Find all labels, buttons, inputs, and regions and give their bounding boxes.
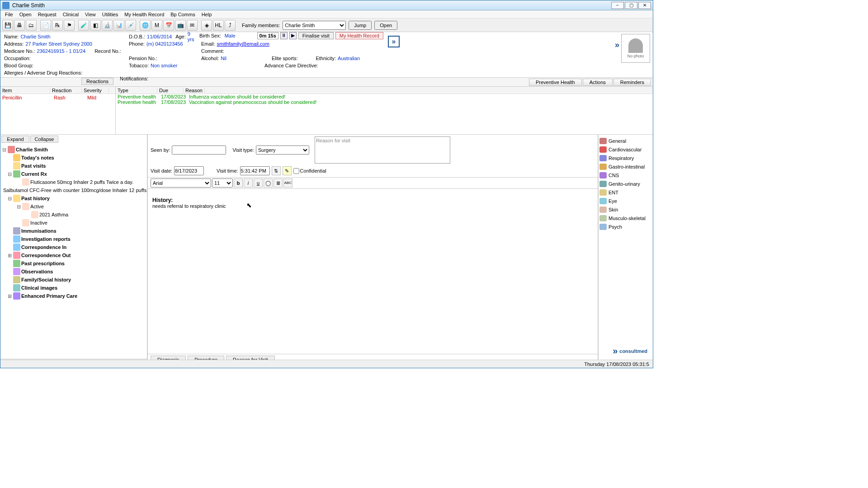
sys-cardio[interactable]: Cardiovascular (599, 145, 652, 154)
bold-button[interactable]: b (234, 178, 243, 188)
font-select[interactable]: Arial (151, 178, 211, 188)
finalise-button[interactable]: Finalise visit (298, 32, 334, 39)
tree-today[interactable]: Today's notes (21, 155, 54, 160)
visit-type-select[interactable]: Surgery (256, 145, 309, 155)
tree-collapse-icon[interactable]: ⊟ (7, 171, 12, 177)
tree-expand-icon[interactable]: ⊞ (7, 253, 12, 258)
time-stepper[interactable]: ⇅ (272, 166, 281, 175)
tool-diamond-icon[interactable]: ◈ (201, 20, 212, 31)
menu-help[interactable]: Help (199, 12, 215, 17)
family-select[interactable]: Charlie Smith (283, 21, 346, 30)
sys-gu[interactable]: Genito-urinary (599, 179, 652, 188)
tool-cal-icon[interactable]: 📅 (163, 20, 174, 31)
menu-request[interactable]: Request (35, 12, 59, 17)
menu-file[interactable]: File (2, 12, 16, 17)
play-button[interactable]: ▶ (289, 32, 297, 39)
tree-collapse-icon[interactable]: ⊟ (7, 196, 12, 202)
note-area[interactable]: History: needs referral to respiratory c… (148, 189, 598, 354)
visit-date-input[interactable] (174, 166, 204, 175)
menu-open[interactable]: Open (17, 12, 34, 17)
tree-fam[interactable]: Family/Social history (21, 277, 71, 282)
expand-button[interactable]: Expand (1, 136, 29, 143)
email-value[interactable]: smithfamily@email.com (217, 41, 269, 47)
list-button[interactable]: ≣ (274, 178, 283, 188)
sys-msk[interactable]: Musculo-skeletal (599, 214, 652, 222)
sys-ent[interactable]: ENT (599, 188, 652, 197)
forward-arrows-icon[interactable]: » (388, 36, 400, 47)
tree-root[interactable]: Charlie Smith (16, 147, 48, 152)
sys-general[interactable]: General (599, 136, 652, 145)
tree-clin-img[interactable]: Clinical images (21, 285, 57, 291)
tool-m-icon[interactable]: M (151, 20, 162, 31)
maximize-button[interactable]: ▢ (625, 2, 637, 9)
collapse-button[interactable]: Collapse (30, 136, 58, 143)
tool-globe-icon[interactable]: 🌐 (140, 20, 151, 31)
seen-by-input[interactable] (172, 145, 226, 155)
tool-tree-icon[interactable]: 🗂 (26, 20, 37, 31)
tree-collapse-icon[interactable]: ⊟ (1, 147, 7, 153)
tree-asthma[interactable]: 2021 Asthma (39, 212, 68, 217)
tool-xray-icon[interactable]: ◧ (90, 20, 101, 31)
allergy-row[interactable]: Penicillin Rash Mild (2, 95, 113, 100)
minimize-button[interactable]: − (611, 2, 624, 9)
spell-button[interactable]: ABC (283, 178, 292, 188)
color-button[interactable]: ◯ (264, 178, 273, 188)
tool-flag-icon[interactable]: ⚑ (64, 20, 75, 31)
confidential-checkbox[interactable] (293, 168, 299, 174)
tool-lab-icon[interactable]: 🧪 (78, 20, 89, 31)
reactions-button[interactable]: Reactions (81, 78, 113, 85)
tree-epc[interactable]: Enhanced Primary Care (21, 293, 77, 299)
menu-mhr[interactable]: My Health Record (122, 12, 167, 17)
sys-psych[interactable]: Psych (599, 222, 652, 231)
tree-collapse-icon[interactable]: ⊟ (16, 204, 21, 210)
reason-box[interactable]: Reason for visit (315, 136, 450, 164)
tree-rx1[interactable]: Fluticasone 50mcg Inhaler 2 puffs Twice … (30, 179, 133, 185)
tree-active[interactable]: Active (30, 204, 44, 209)
tool-save-icon[interactable]: 💾 (2, 20, 13, 31)
menu-bpcomms[interactable]: Bp Comms (168, 12, 198, 17)
tree-past-presc[interactable]: Past prescriptions (21, 261, 65, 266)
tool-scope-icon[interactable]: 🔬 (102, 20, 113, 31)
underline-button[interactable]: u (254, 178, 263, 188)
sys-resp[interactable]: Respiratory (599, 154, 652, 162)
tree-rx2[interactable]: Salbutamol CFC-Free with counter 100mcg/… (3, 188, 147, 193)
size-select[interactable]: 11 (212, 178, 233, 188)
tool-chart-icon[interactable]: 📊 (113, 20, 124, 31)
actions-button[interactable]: Actions (583, 79, 613, 86)
italic-button[interactable]: i (244, 178, 253, 188)
reminders-button[interactable]: Reminders (613, 79, 651, 86)
mhr-button[interactable]: My Health Record (335, 32, 383, 39)
tree-corr-in[interactable]: Correspondence In (21, 244, 66, 250)
tool-print-icon[interactable]: 🖶 (14, 20, 25, 31)
notif-row[interactable]: Preventive health 17/08/2023 Influenza v… (116, 94, 653, 99)
tool-tv-icon[interactable]: 📺 (175, 20, 186, 31)
tree-corr-out[interactable]: Correspondence Out (21, 253, 71, 258)
tree-current-rx[interactable]: Current Rx (21, 171, 47, 177)
sys-gi[interactable]: Gastro-intestinal (599, 162, 652, 171)
preventive-button[interactable]: Preventive Health (529, 79, 582, 86)
sys-cns[interactable]: CNS (599, 171, 652, 179)
tree-expand-icon[interactable]: ⊞ (7, 293, 12, 299)
sys-eye[interactable]: Eye (599, 197, 652, 205)
tree-past-history[interactable]: Past history (21, 196, 50, 201)
open-button[interactable]: Open (374, 21, 397, 30)
menu-utilities[interactable]: Utilities (99, 12, 121, 17)
notif-row[interactable]: Preventive health 17/08/2023 Vaccination… (116, 99, 653, 105)
menu-clinical[interactable]: Clinical (60, 12, 81, 17)
time-action-icon[interactable]: ✎ (283, 166, 292, 175)
visit-time-input[interactable] (240, 166, 270, 175)
tool-new-icon[interactable]: 📄 (40, 20, 51, 31)
sys-skin[interactable]: Skin (599, 205, 652, 214)
tool-rx-icon[interactable]: ℞ (52, 20, 63, 31)
tool-letter-icon[interactable]: ✉ (187, 20, 198, 31)
tree-inv[interactable]: Investigation reports (21, 236, 71, 242)
jump-button[interactable]: Jump (349, 21, 372, 30)
tree-inactive[interactable]: Inactive (30, 220, 47, 225)
tool-inject-icon[interactable]: 💉 (125, 20, 136, 31)
tool-exit-icon[interactable]: ⤴ (225, 20, 236, 31)
photo-placeholder[interactable]: No photo (621, 34, 650, 63)
tree-immun[interactable]: Immunisations (21, 228, 57, 234)
pause-button[interactable]: ⏸ (280, 32, 288, 39)
tree-past-visits[interactable]: Past visits (21, 163, 46, 169)
menu-view[interactable]: View (82, 12, 99, 17)
